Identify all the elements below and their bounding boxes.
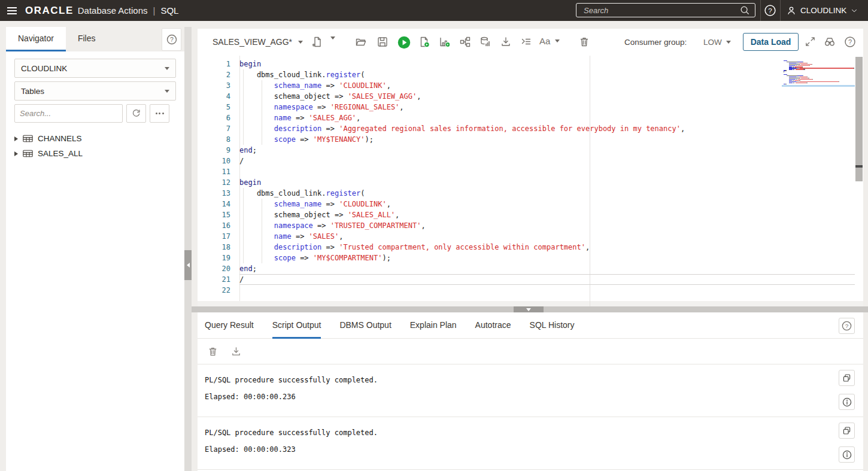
more-options-button[interactable] [150,104,169,123]
code-line[interactable]: 12begin [198,177,863,188]
tab-navigator[interactable]: Navigator [6,27,66,51]
expand-button[interactable] [805,36,816,47]
run-statement-button[interactable] [397,36,411,49]
binoculars-icon [824,36,836,48]
code-line[interactable]: 3 schema_name => 'CLOUDLINK', [198,80,863,91]
code-line[interactable]: 13 dbms_cloud_link.register( [198,188,863,199]
code-line[interactable]: 16 namespace => 'TRUSTED_COMPARTMENT', [198,220,863,231]
horizontal-scrollbar[interactable] [198,301,863,306]
code-line[interactable]: 15 schema_object => 'SALES_ALL', [198,209,863,220]
database-actions-app: ORACLE Database Actions | SQL ? CLOUDLIN… [0,0,868,471]
output-help-button[interactable]: ? [839,318,855,334]
caret-right-icon[interactable] [14,136,18,141]
code-line[interactable]: 5 namespace => 'REGIONAL_SALES', [198,102,863,113]
user-menu[interactable]: CLOUDLINK [786,0,858,21]
code-line[interactable]: 10/ [198,156,863,166]
line-number: 1 [198,59,239,69]
vertical-splitter[interactable] [184,27,192,471]
clear-output-button[interactable] [207,346,218,357]
tab-script-output[interactable]: Script Output [272,312,321,339]
code-line[interactable]: 18 description => 'Trusted compartment, … [198,242,863,253]
object-search-input[interactable] [14,104,123,123]
download-output-button[interactable] [230,346,242,357]
table-name: SALES_ALL [38,149,83,158]
format-button[interactable] [520,36,532,48]
code-text: description => 'Trusted compartment, onl… [239,242,590,253]
code-line[interactable]: 4 schema_object => 'SALES_VIEW_AGG', [198,91,863,102]
horizontal-splitter-handle[interactable] [514,306,544,312]
result-info-button[interactable] [839,446,855,463]
code-line[interactable]: 9end; [198,145,863,156]
save-icon [377,36,389,48]
schema-select[interactable]: CLOUDLINK [14,59,176,78]
global-search-input[interactable] [576,6,739,15]
autotrace-button[interactable] [439,36,451,48]
editor-scrollbar[interactable] [855,56,863,306]
tab-dbms-output[interactable]: DBMS Output [339,312,391,339]
code-line[interactable]: 1begin [198,59,863,69]
object-type-select[interactable]: Tables [14,81,176,101]
code-line[interactable]: 14 schema_name => 'CLOUDLINK', [198,199,863,209]
line-number: 14 [198,199,239,209]
copy-result-button[interactable] [839,423,855,439]
code-line[interactable]: 22 [198,285,863,296]
new-worksheet-menu-button[interactable] [330,39,335,50]
download-button[interactable] [500,36,512,48]
output-message: PL/SQL procedure successfully completed. [205,429,833,437]
worksheet-help-button[interactable]: ? [844,36,856,48]
clear-worksheet-button[interactable] [578,36,590,48]
scrollbar-thumb[interactable] [855,57,863,181]
tree-item-channels[interactable]: CHANNELS [14,131,184,146]
tree-item-sales_all[interactable]: SALES_ALL [14,146,184,161]
line-number: 18 [198,242,239,253]
code-line[interactable]: 6 name => 'SALES_AGG', [198,113,863,123]
worksheet-name-dropdown[interactable]: SALES_VIEW_AGG* [213,37,303,47]
new-worksheet-button[interactable] [311,36,323,48]
hamburger-menu-icon[interactable] [0,0,20,21]
sql-editor[interactable]: 1begin2 dbms_cloud_link.register(3 schem… [198,56,863,306]
code-text: description => 'Aggregated regional sale… [239,123,685,134]
run-script-button[interactable] [418,36,430,48]
vertical-splitter-handle[interactable] [184,250,192,280]
elapsed-time: Elapsed: 00:00:00.236 [205,393,833,401]
refresh-button[interactable] [126,104,146,123]
find-button[interactable] [824,36,836,48]
chevron-down-icon [165,67,169,70]
code-line[interactable]: 8 scope => 'MY$TENANCY'); [198,134,863,145]
header-help-button[interactable]: ? [764,4,776,17]
code-line[interactable]: 11 [198,166,863,177]
tab-query-result[interactable]: Query Result [205,312,254,339]
horizontal-splitter[interactable] [192,306,868,312]
code-line[interactable]: 21/ [198,274,863,285]
consumer-group-select[interactable]: LOW [703,38,731,47]
download-icon [500,36,512,48]
code-line[interactable]: 7 description => 'Aggregated regional sa… [198,123,863,134]
sidebar-help-button[interactable]: ? [162,28,181,51]
line-number: 8 [198,134,239,145]
tab-files[interactable]: Files [66,27,108,51]
line-number: 11 [198,166,239,177]
tab-explain-plan[interactable]: Explain Plan [410,312,457,339]
info-icon [842,449,852,460]
line-number: 12 [198,177,239,188]
copy-result-button[interactable] [839,370,855,386]
explain-plan-button[interactable] [459,36,471,48]
code-text: / [239,156,244,166]
minimap[interactable] [782,58,855,89]
open-file-button[interactable] [355,36,367,48]
font-size-button[interactable]: Aa [539,36,560,46]
code-line[interactable]: 20end; [198,263,863,274]
script-output-block: PL/SQL procedure successfully completed.… [198,364,863,417]
tab-autotrace[interactable]: Autotrace [475,312,511,339]
tab-sql-history[interactable]: SQL History [530,312,575,339]
output-toolbar [198,339,863,364]
code-line[interactable]: 2 dbms_cloud_link.register( [198,69,863,80]
result-info-button[interactable] [839,394,855,410]
db-stats-button[interactable] [479,36,491,48]
code-line[interactable]: 19 scope => 'MY$COMPARTMENT'); [198,253,863,263]
data-load-button[interactable]: Data Load [743,33,799,51]
save-button[interactable] [377,36,389,48]
caret-right-icon[interactable] [14,151,18,156]
code-area[interactable]: 1begin2 dbms_cloud_link.register(3 schem… [198,56,863,306]
code-line[interactable]: 17 name => 'SALES', [198,231,863,242]
